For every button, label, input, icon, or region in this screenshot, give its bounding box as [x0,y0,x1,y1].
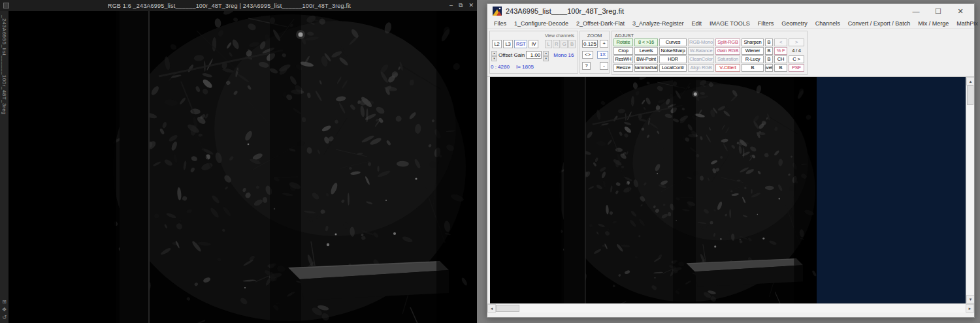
adjust-rotate[interactable]: Rotate [613,38,633,46]
scroll-right-button[interactable]: ► [966,304,974,313]
adjust-8-16[interactable]: 8 < >16 [634,38,658,46]
close-button[interactable]: ✕ [468,2,474,9]
adjust-b[interactable]: B [742,64,764,72]
spin-up-icon[interactable]: ▲ [543,51,549,56]
adjust-wavelets[interactable]: Wavelets [765,64,773,72]
menu-item-2-offset-dark-flat[interactable]: 2_Offset-Dark-Flat [572,20,629,27]
offset-spinner[interactable]: ▲▼ [491,51,497,59]
adjust-c[interactable]: C > [789,55,804,63]
zoom-1x-button[interactable]: 1X [597,51,608,59]
adjust-psf[interactable]: PSF [789,64,804,72]
adjust-noisesharp[interactable]: NoiseSharp [659,47,687,55]
night-foliage-image [490,77,817,303]
zoom-help-button[interactable]: ? [582,62,591,70]
button-rst[interactable]: RST [514,40,527,48]
zoom-fit-button[interactable]: <> [582,51,593,59]
adjust-gain-rgb[interactable]: Gain RGB [715,47,740,55]
filename-tab-label: _243A6995_list______100r_48T_3reg [1,15,7,115]
channel-button-b[interactable]: B [568,40,576,48]
sidebar-icon[interactable]: ↺ [2,315,7,320]
adjust-b[interactable]: B [765,55,773,63]
button-iv[interactable]: IV [529,40,538,48]
adjust-wiener[interactable]: Wiener [742,47,764,55]
spin-down-icon[interactable]: ▼ [491,56,497,61]
scroll-up-button[interactable]: ▲ [966,77,974,85]
menu-item-filters[interactable]: Filters [754,20,778,27]
button-l2[interactable]: L2 [492,40,502,48]
menu-item-1-configure-decode[interactable]: 1_Configure-Decode [510,20,572,27]
adjust-split-rgb[interactable]: Split-RGB [715,38,740,46]
hscroll-thumb[interactable] [496,305,519,312]
adjust-rgb-mono[interactable]: RGB-Mono [688,38,714,46]
adjust-b[interactable]: B [774,64,787,72]
gain-spinner[interactable]: ▲▼ [543,51,549,59]
adjust-b[interactable]: > [789,38,804,46]
viewer-canvas[interactable] [8,11,477,323]
channel-button-r[interactable]: R [553,40,560,48]
spin-up-icon[interactable]: ▲ [491,51,497,56]
restore-button[interactable]: ⧉ [459,2,463,9]
adjust-align-rgb[interactable]: Align RGB [688,64,714,72]
adjust-w-balance[interactable]: W-Balance [688,47,714,55]
menu-item-geometry[interactable]: Geometry [777,20,811,27]
zoom-in-button[interactable]: + [600,40,608,48]
filename-tab[interactable]: _243A6995_list______100r_48T_3reg ⊞✥↺ [0,11,8,323]
channel-button-g[interactable]: G [561,40,568,48]
maximize-button[interactable]: ☐ [927,5,949,18]
gain-input[interactable] [526,51,542,59]
scroll-down-button[interactable]: ▼ [966,295,974,303]
menu-item-channels[interactable]: Channels [811,20,844,27]
adjust-b[interactable]: B [765,47,773,55]
editor-titlebar[interactable]: 243A6995_list____100r_48T_3reg.fit — ☐ ✕ [487,4,974,18]
adjust-levels[interactable]: Levels [634,47,658,55]
menu-item-mix-merge[interactable]: Mix / Merge [914,20,953,27]
adjust-localcontr[interactable]: LocalContr [659,64,687,72]
adjust-resize[interactable]: Resize [613,64,633,72]
minimize-button[interactable]: – [449,2,453,9]
zoom-out-button[interactable]: - [600,62,608,70]
adjust-bw-point[interactable]: BW-Point [634,55,658,63]
menu-item-image-tools[interactable]: IMAGE TOOLS [706,20,754,27]
adjust-reswh[interactable]: ResWH [613,55,633,63]
horizontal-scrollbar[interactable]: ◄ ► [487,303,974,313]
empty-canvas-panel[interactable] [817,77,966,303]
adjust-f[interactable]: % F [774,47,787,55]
menu-item-files[interactable]: Files [490,20,510,27]
viewer-titlebar[interactable]: RGB 1:6 _243A6995_list______100r_48T_3re… [0,0,477,11]
menu-item-edit[interactable]: Edit [687,20,706,27]
vscroll-thumb[interactable] [967,85,973,105]
channel-button-l[interactable]: L [545,40,552,48]
window-title: 243A6995_list____100r_48T_3reg.fit [506,7,901,15]
spin-down-icon[interactable]: ▼ [543,56,549,61]
menu-item-3-analyze-register[interactable]: 3_Analyze-Register [629,20,688,27]
adjust-r-lucy[interactable]: R-Lucy [742,55,764,63]
adjust-crop[interactable]: Crop [613,47,633,55]
adjust-curves[interactable]: Curves [659,38,687,46]
mono-mode-label: Mono 16 [553,52,574,58]
button-l3[interactable]: L3 [503,40,513,48]
editor-window: 243A6995_list____100r_48T_3reg.fit — ☐ ✕… [487,3,975,318]
adjust-cleancolor[interactable]: CleanColor [688,55,714,63]
adjust-b[interactable]: < [774,38,787,46]
scroll-left-button[interactable]: ◄ [487,304,496,313]
minimize-button[interactable]: — [905,5,927,18]
editor-canvas[interactable] [490,77,817,303]
menu-bar: Files1_Configure-Decode2_Offset-Dark-Fla… [487,18,974,29]
viewer-window: RGB 1:6 _243A6995_list______100r_48T_3re… [0,0,477,323]
night-foliage-image [8,11,477,323]
adjust-v-cittert[interactable]: V-Cittert [715,64,740,72]
adjust-sharpen[interactable]: Sharpen [742,38,764,46]
sidebar-icon[interactable]: ⊞ [2,299,7,305]
sidebar-icon[interactable]: ✥ [2,307,7,313]
adjust-b[interactable]: B [765,38,773,46]
adjust-ch[interactable]: CH [774,55,787,63]
adjust-gammagain[interactable]: GammaGain [634,64,658,72]
adjust-hdr[interactable]: HDR [659,55,687,63]
close-button[interactable]: ✕ [949,5,972,18]
menu-item-convert-export-batch[interactable]: Convert / Export / Batch [844,20,915,27]
vertical-scrollbar[interactable]: ▲ ▼ [966,77,974,303]
frame-counter-4-4: 4 / 4 [789,47,804,55]
menu-item-mathpix[interactable]: MathPix [953,20,980,27]
pixel-range-label: 0 : 4280 [491,64,510,70]
adjust-saturation[interactable]: Saturation [715,55,740,63]
